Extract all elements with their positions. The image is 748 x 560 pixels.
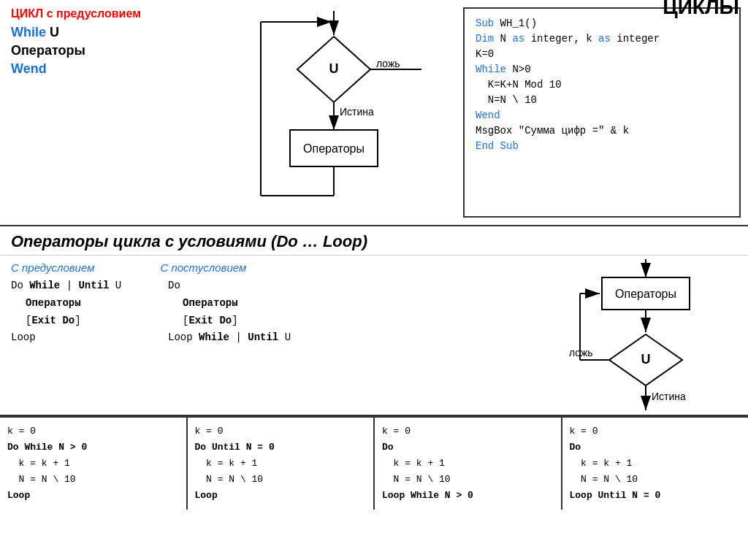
svg-text:ложь: ложь (569, 347, 593, 358)
bottom-col-3: k = 0 Do k = k + 1 N = N \ 10 Loop While… (375, 418, 562, 510)
while-keyword: While (11, 25, 46, 39)
svg-text:Операторы: Операторы (303, 142, 365, 155)
operators-label-top: Операторы (11, 43, 194, 58)
flowchart-top-container: U ложь Истина Операторы (205, 0, 463, 225)
bottom-col-2: k = 0 Do Until N = 0 k = k + 1 N = N \ 1… (188, 418, 375, 510)
svg-text:U: U (329, 61, 339, 76)
bc1-l3: k = k + 1 (7, 456, 179, 472)
postcond-line-2: Операторы (183, 295, 314, 312)
bc2-l2: Do Until N = 0 (195, 440, 367, 456)
bc2-l3: k = k + 1 (195, 456, 367, 472)
precond-line-1: Do While | Until U (11, 277, 153, 295)
flowchart-mid-svg: Операторы U ложь Истина (529, 256, 748, 416)
cycle-title: ЦИКЛ с предусловием (11, 7, 194, 20)
code-line-6: N=N \ 10 (476, 93, 728, 108)
bc2-l4: N = N \ 10 (195, 472, 367, 488)
mid-section: С предусловием С постусловием Do While |… (0, 256, 748, 416)
svg-text:ложь: ложь (376, 58, 400, 69)
code-line-7: Wend (476, 108, 728, 123)
while-line: While U (11, 25, 194, 40)
code-line-5: K=K+N Mod 10 (476, 77, 728, 93)
code-line-3: K=0 (476, 47, 728, 62)
mid-left-panel: С предусловием С постусловием Do While |… (0, 256, 529, 415)
top-section: ЦИКЛ с предусловием While U Операторы We… (0, 0, 748, 226)
code-line-9: End Sub (476, 139, 728, 154)
while-u: U (46, 25, 59, 39)
precond-line-2: Операторы (26, 295, 153, 312)
bc1-l1: k = 0 (7, 423, 179, 440)
precond-line-4: Loop (11, 329, 153, 347)
svg-text:U: U (641, 352, 651, 367)
flowchart-top-svg: U ложь Истина Операторы (232, 7, 436, 226)
postcond-line-3: [Exit Do] (183, 312, 314, 330)
bc4-l2: Do (570, 440, 741, 456)
page-title: ЦИКЛЫ (663, 0, 739, 19)
bc3-l3: k = k + 1 (382, 456, 554, 472)
bc2-l1: k = 0 (195, 423, 367, 440)
postcond-line-4: Loop While | Until U (168, 329, 314, 347)
bottom-table: k = 0 Do While N > 0 k = k + 1 N = N \ 1… (0, 416, 748, 510)
svg-text:Истина: Истина (340, 106, 374, 118)
bc3-l5: Loop While N > 0 (382, 488, 554, 504)
bottom-col-1: k = 0 Do While N > 0 k = k + 1 N = N \ 1… (0, 418, 188, 510)
bc3-l1: k = 0 (382, 423, 554, 440)
wend-keyword: Wend (11, 61, 194, 77)
code-panel: ЦИКЛЫ Sub WH_1() Dim N as integer, k as … (463, 7, 741, 218)
code-line-2: Dim N as integer, k as integer (476, 31, 728, 47)
postcond-code: Do Операторы [Exit Do] Loop While | Unti… (168, 277, 314, 347)
bc4-l3: k = k + 1 (570, 456, 741, 472)
postcond-line-1: Do (168, 277, 314, 295)
bc1-l5: Loop (7, 488, 179, 504)
svg-text:Истина: Истина (652, 391, 686, 402)
precond-header: С предусловием (11, 261, 94, 275)
precond-line-3: [Exit Do] (26, 312, 153, 330)
bc3-l2: Do (382, 440, 554, 456)
bc2-l5: Loop (195, 488, 367, 504)
precond-code: Do While | Until U Операторы [Exit Do] L… (11, 277, 153, 347)
mid-section-title: Операторы цикла с условиями (Do … Loop) (0, 226, 748, 256)
code-line-4: While N>0 (476, 62, 728, 77)
mid-flowchart: Операторы U ложь Истина (529, 256, 748, 415)
bc3-l4: N = N \ 10 (382, 472, 554, 488)
bc4-l1: k = 0 (570, 423, 741, 440)
while-description: ЦИКЛ с предусловием While U Операторы We… (0, 0, 205, 225)
bottom-col-4: k = 0 Do k = k + 1 N = N \ 10 Loop Until… (562, 418, 749, 510)
code-line-8: MsgBox "Сумма цифр =" & k (476, 123, 728, 139)
postcond-header: С постусловием (160, 261, 246, 275)
bc4-l4: N = N \ 10 (570, 472, 741, 488)
bc1-l4: N = N \ 10 (7, 472, 179, 488)
bc1-l2: Do While N > 0 (7, 440, 179, 456)
svg-text:Операторы: Операторы (615, 288, 676, 300)
bc4-l5: Loop Until N = 0 (570, 488, 741, 504)
